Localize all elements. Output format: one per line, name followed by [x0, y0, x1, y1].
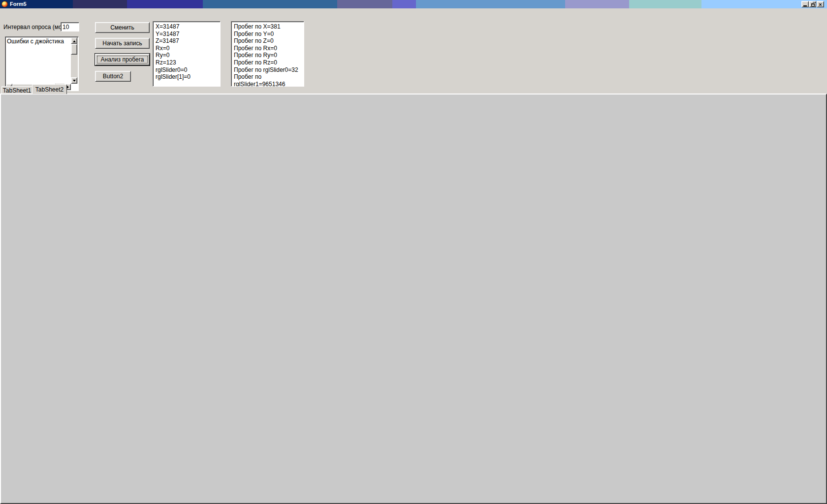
travel-value-line: Пробег по Rx=0 — [234, 45, 304, 52]
axis-value-line: Z=31487 — [156, 37, 220, 45]
axes-values-panel: X=31487Y=31487Z=31487Rx=0Ry=0Rz=123rglSl… — [153, 21, 221, 87]
interval-input[interactable] — [61, 22, 79, 32]
travel-value-line: Пробег по Y=0 — [234, 31, 304, 38]
tab-tabsheet2[interactable]: TabSheet2 — [32, 84, 67, 94]
tab-tabsheet1[interactable]: TabSheet1 — [1, 86, 32, 94]
joystick-errors-memo[interactable]: Ошибки с джойстика — [5, 36, 79, 91]
tabsheet2-page — [0, 94, 827, 504]
axis-value-line: rglSlider0=0 — [156, 66, 220, 74]
axis-value-line: rglSlider[1]=0 — [156, 73, 220, 81]
focus-rectangle — [97, 56, 148, 63]
scroll-down-button[interactable] — [71, 77, 77, 84]
axis-value-line: X=31487 — [156, 23, 220, 31]
vscroll-thumb[interactable] — [71, 44, 77, 55]
close-button[interactable]: × — [817, 1, 824, 7]
axis-value-line: Y=31487 — [156, 31, 220, 38]
travel-value-line: Пробег по Z=0 — [234, 37, 304, 45]
memo-vscrollbar[interactable] — [71, 37, 78, 84]
axis-value-line: Rz=123 — [156, 59, 220, 66]
travel-value-line: Пробег по rglSlider1=9651346 — [234, 73, 304, 87]
window-title: Form5 — [10, 1, 27, 7]
button2-button[interactable]: Button2 — [95, 71, 131, 82]
travel-value-line: Пробег по rglSlider0=32 — [234, 66, 304, 74]
scroll-up-button[interactable] — [71, 37, 77, 44]
title-bar: Form5 × — [0, 0, 827, 8]
app-icon — [1, 1, 8, 7]
smenit-button[interactable]: Сменить — [95, 22, 150, 33]
axis-value-line: Rx=0 — [156, 45, 220, 52]
memo-text: Ошибки с джойстика — [7, 38, 70, 45]
travel-value-line: Пробег по Rz=0 — [234, 59, 304, 66]
analyze-run-button[interactable]: Анализ пробега — [95, 54, 150, 65]
start-record-button[interactable]: Начать запись — [95, 38, 150, 49]
form-toolbar: Интервал опроса (мс) Ошибки с джойстика … — [0, 8, 827, 85]
travel-values-panel: Пробег по X=381Пробег по Y=0Пробег по Z=… — [231, 21, 304, 87]
travel-value-line: Пробег по X=381 — [234, 23, 304, 31]
axis-value-line: Ry=0 — [156, 52, 220, 59]
interval-label: Интервал опроса (мс) — [3, 24, 64, 31]
restore-button[interactable] — [809, 1, 816, 7]
travel-value-line: Пробег по Ry=0 — [234, 52, 304, 59]
minimize-button[interactable] — [801, 1, 809, 7]
